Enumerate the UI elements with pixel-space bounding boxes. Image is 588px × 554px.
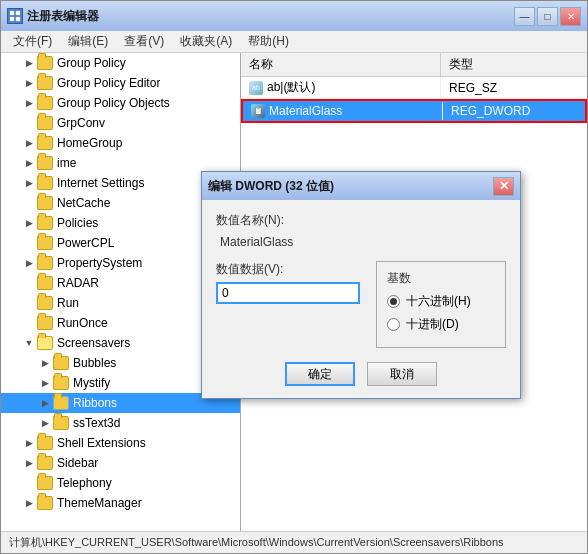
main-window: 注册表编辑器 — □ ✕ 文件(F) 编辑(E) 查看(V) 收藏夹(A) 帮助… [0, 0, 588, 554]
radio-hex-circle[interactable] [387, 295, 400, 308]
tree-item-gpe[interactable]: ▶ Group Policy Editor [1, 73, 240, 93]
tree-item-telephony[interactable]: ▶ Telephony [1, 473, 240, 493]
radio-decimal-circle[interactable] [387, 318, 400, 331]
value-data-input[interactable] [216, 282, 360, 304]
window-title: 注册表编辑器 [27, 8, 99, 25]
tree-label: ime [57, 156, 76, 170]
reg-sz-icon: ab [249, 81, 263, 95]
folder-icon [37, 276, 53, 290]
tree-label: RunOnce [57, 316, 108, 330]
tree-arrow: ▼ [21, 335, 37, 351]
tree-item-shell-extensions[interactable]: ▶ Shell Extensions [1, 433, 240, 453]
title-bar-left: 注册表编辑器 [7, 8, 99, 25]
status-bar: 计算机\HKEY_CURRENT_USER\Software\Microsoft… [1, 531, 587, 553]
svg-rect-3 [16, 17, 20, 21]
window-controls: — □ ✕ [514, 7, 581, 26]
folder-icon [37, 196, 53, 210]
dialog-close-button[interactable]: ✕ [493, 177, 514, 196]
folder-icon [37, 116, 53, 130]
tree-item-group-policy[interactable]: ▶ Group Policy [1, 53, 240, 73]
tree-label: RADAR [57, 276, 99, 290]
folder-icon [37, 216, 53, 230]
dialog-right: 基数 十六进制(H) 十进制(D) [376, 261, 506, 348]
row-name-label: ab|(默认) [267, 79, 315, 96]
value-data-label: 数值数据(V): [216, 261, 360, 278]
radix-group: 基数 十六进制(H) 十进制(D) [376, 261, 506, 348]
row-type-cell: REG_DWORD [443, 102, 585, 120]
tree-label: PowerCPL [57, 236, 114, 250]
menu-view[interactable]: 查看(V) [116, 31, 172, 52]
folder-icon [37, 476, 53, 490]
tree-label: Internet Settings [57, 176, 144, 190]
value-name-display: MaterialGlass [216, 233, 506, 251]
folder-icon [37, 236, 53, 250]
row-name-label: MaterialGlass [269, 104, 342, 118]
tree-arrow: ▶ [21, 315, 37, 331]
svg-rect-2 [10, 17, 14, 21]
folder-icon [53, 376, 69, 390]
tree-label: Group Policy [57, 56, 126, 70]
app-icon [7, 8, 23, 24]
tree-label: Sidebar [57, 456, 98, 470]
tree-item-sstext3d[interactable]: ▶ ssText3d [1, 413, 240, 433]
folder-icon [37, 436, 53, 450]
tree-item-homegroup[interactable]: ▶ HomeGroup [1, 133, 240, 153]
tree-arrow: ▶ [21, 175, 37, 191]
dialog-title: 编辑 DWORD (32 位值) [208, 178, 334, 195]
tree-item-grpconv[interactable]: ▶ GrpConv [1, 113, 240, 133]
tree-label: PropertySystem [57, 256, 142, 270]
tree-arrow: ▶ [21, 475, 37, 491]
tree-item-ime[interactable]: ▶ ime [1, 153, 240, 173]
folder-icon [37, 316, 53, 330]
folder-icon [37, 156, 53, 170]
radio-decimal[interactable]: 十进制(D) [387, 316, 495, 333]
tree-item-thememanager[interactable]: ▶ ThemeManager [1, 493, 240, 513]
ok-button[interactable]: 确定 [285, 362, 355, 386]
folder-icon [53, 356, 69, 370]
tree-label: Ribbons [73, 396, 117, 410]
folder-icon [53, 416, 69, 430]
tree-item-gpo[interactable]: ▶ Group Policy Objects [1, 93, 240, 113]
maximize-button[interactable]: □ [537, 7, 558, 26]
tree-arrow: ▶ [21, 75, 37, 91]
tree-arrow: ▶ [21, 235, 37, 251]
radio-decimal-label: 十进制(D) [406, 316, 459, 333]
tree-label: HomeGroup [57, 136, 122, 150]
tree-arrow: ▶ [37, 395, 53, 411]
table-row-materialglass[interactable]: 📋 MaterialGlass REG_DWORD [241, 99, 587, 123]
dialog-buttons: 确定 取消 [216, 362, 506, 386]
folder-icon [37, 256, 53, 270]
tree-label: Policies [57, 216, 98, 230]
radio-hex[interactable]: 十六进制(H) [387, 293, 495, 310]
tree-arrow: ▶ [21, 195, 37, 211]
tree-label: Group Policy Editor [57, 76, 160, 90]
folder-icon [37, 96, 53, 110]
menu-help[interactable]: 帮助(H) [240, 31, 297, 52]
minimize-button[interactable]: — [514, 7, 535, 26]
status-text: 计算机\HKEY_CURRENT_USER\Software\Microsoft… [9, 535, 504, 550]
tree-label: Mystify [73, 376, 110, 390]
tree-label: ThemeManager [57, 496, 142, 510]
table-row[interactable]: ab ab|(默认) REG_SZ [241, 77, 587, 99]
cancel-button[interactable]: 取消 [367, 362, 437, 386]
menu-bar: 文件(F) 编辑(E) 查看(V) 收藏夹(A) 帮助(H) [1, 31, 587, 53]
tree-arrow: ▶ [37, 375, 53, 391]
tree-label: NetCache [57, 196, 110, 210]
title-bar: 注册表编辑器 — □ ✕ [1, 1, 587, 31]
tree-arrow: ▶ [37, 355, 53, 371]
row-name-cell: ab ab|(默认) [241, 77, 441, 98]
close-button[interactable]: ✕ [560, 7, 581, 26]
folder-icon [37, 76, 53, 90]
tree-label: Telephony [57, 476, 112, 490]
menu-edit[interactable]: 编辑(E) [60, 31, 116, 52]
dialog-title-bar: 编辑 DWORD (32 位值) ✕ [202, 172, 520, 200]
dialog-row: 数值数据(V): 基数 十六进制(H) 十进制(D) [216, 261, 506, 348]
dialog-left: 数值数据(V): [216, 261, 360, 304]
menu-favorites[interactable]: 收藏夹(A) [172, 31, 240, 52]
column-type-header: 类型 [441, 53, 587, 76]
menu-file[interactable]: 文件(F) [5, 31, 60, 52]
tree-arrow: ▶ [21, 135, 37, 151]
tree-arrow: ▶ [21, 95, 37, 111]
tree-item-sidebar[interactable]: ▶ Sidebar [1, 453, 240, 473]
dword-dialog: 编辑 DWORD (32 位值) ✕ 数值名称(N): MaterialGlas… [201, 171, 521, 399]
